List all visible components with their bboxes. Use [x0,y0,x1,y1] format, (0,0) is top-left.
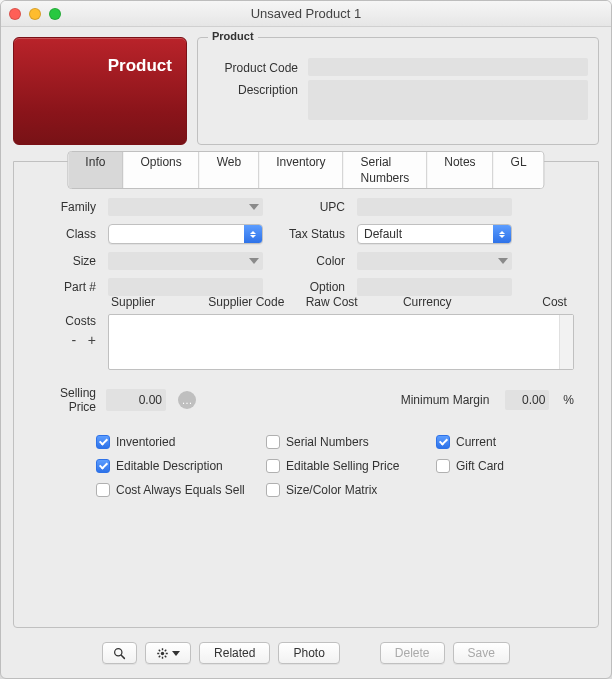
color-field[interactable] [357,252,512,270]
tab-inventory[interactable]: Inventory [259,152,343,188]
tab-content: InfoOptionsWebInventorySerial NumbersNot… [13,161,599,628]
checkbox-label: Editable Selling Price [286,459,399,473]
upc-field[interactable] [357,198,512,216]
checkbox-gift-card[interactable]: Gift Card [436,459,566,473]
family-label: Family [38,200,96,214]
class-dropdown[interactable] [108,224,263,244]
percent-label: % [563,393,574,407]
related-button[interactable]: Related [199,642,270,664]
option-label: Option [275,280,345,294]
checkbox-label: Cost Always Equals Sell [116,483,245,497]
checkbox-box [436,435,450,449]
checkbox-cost-always-equals-sell[interactable]: Cost Always Equals Sell [96,483,266,497]
costs-col-supplier: Supplier [109,295,206,309]
product-code-field[interactable] [308,58,588,76]
checkbox-box [96,435,110,449]
content: Product Product Product Code Description… [1,27,611,678]
svg-line-8 [165,655,166,656]
costs-col-cost: Cost [498,295,573,309]
min-margin-value: 0.00 [522,393,545,407]
checkbox-box [266,435,280,449]
info-form: Family UPC Class Tax Status Default Size… [38,198,574,296]
product-group-title: Product [208,30,258,42]
costs-col-currency: Currency [401,295,498,309]
selling-price-value: 0.00 [139,393,162,407]
checkbox-label: Editable Description [116,459,223,473]
tab-info[interactable]: Info [68,152,123,188]
stepper-icon [493,225,511,243]
save-button[interactable]: Save [453,642,510,664]
scrollbar[interactable] [559,315,573,369]
checkbox-box [96,459,110,473]
product-window: Unsaved Product 1 Product Product Produc… [0,0,612,679]
photo-button[interactable]: Photo [278,642,339,664]
checkbox-current[interactable]: Current [436,435,566,449]
svg-point-2 [161,651,164,654]
tax-status-value: Default [364,227,402,241]
checkbox-label: Gift Card [456,459,504,473]
checkbox-box [96,483,110,497]
svg-line-7 [159,649,160,650]
checkbox-label: Current [456,435,496,449]
svg-line-9 [159,655,160,656]
chevron-down-icon [498,258,508,264]
checkbox-box [266,483,280,497]
gear-icon [156,647,169,660]
checkbox-label: Size/Color Matrix [286,483,377,497]
product-group: Product Product Code Description [197,37,599,145]
checkbox-box [266,459,280,473]
titlebar: Unsaved Product 1 [1,1,611,27]
checkbox-label: Serial Numbers [286,435,369,449]
action-menu-button[interactable] [145,642,191,664]
delete-button[interactable]: Delete [380,642,445,664]
tab-web[interactable]: Web [200,152,259,188]
tab-gl[interactable]: GL [494,152,544,188]
tab-options[interactable]: Options [123,152,199,188]
family-field[interactable] [108,198,263,216]
tabbar: InfoOptionsWebInventorySerial NumbersNot… [67,151,544,189]
costs-col-supplier-code: Supplier Code [206,295,303,309]
checkbox-box [436,459,450,473]
remove-cost-button[interactable]: - [71,332,76,348]
class-label: Class [38,227,96,241]
checkbox-editable-description[interactable]: Editable Description [96,459,266,473]
bottom-bar: Related Photo Delete Save [13,642,599,664]
product-tile: Product [13,37,187,145]
option-field[interactable] [357,278,512,296]
tab-notes[interactable]: Notes [427,152,493,188]
selling-price-field[interactable]: 0.00 [106,389,166,411]
search-button[interactable] [102,642,137,664]
min-margin-label: Minimum Margin [401,393,490,407]
checkbox-grid: InventoriedSerial NumbersCurrentEditable… [96,435,574,497]
checkbox-serial-numbers[interactable]: Serial Numbers [266,435,436,449]
product-code-label: Product Code [208,61,298,75]
description-field[interactable] [308,80,588,120]
costs-col-raw-cost: Raw Cost [304,295,401,309]
tab-serial-numbers[interactable]: Serial Numbers [344,152,428,188]
costs-section: Costs - + SupplierSupplier CodeRaw CostC… [38,314,574,370]
window-title: Unsaved Product 1 [1,6,611,21]
chevron-down-icon [172,651,180,656]
selling-price-more-button[interactable]: … [178,391,196,409]
checkbox-size-color-matrix[interactable]: Size/Color Matrix [266,483,436,497]
costs-label: Costs [38,314,96,328]
chevron-down-icon [249,258,259,264]
size-label: Size [38,254,96,268]
tax-status-dropdown[interactable]: Default [357,224,512,244]
part-field[interactable] [108,278,263,296]
costs-table[interactable]: SupplierSupplier CodeRaw CostCurrencyCos… [108,314,574,370]
checkbox-label: Inventoried [116,435,175,449]
svg-line-1 [121,655,124,658]
min-margin-field[interactable]: 0.00 [505,390,549,410]
description-label: Description [208,83,298,97]
chevron-down-icon [249,204,259,210]
top-row: Product Product Product Code Description [13,37,599,145]
size-field[interactable] [108,252,263,270]
stepper-icon [244,225,262,243]
svg-line-10 [165,649,166,650]
part-label: Part # [38,280,96,294]
checkbox-editable-selling-price[interactable]: Editable Selling Price [266,459,436,473]
tax-status-label: Tax Status [275,227,345,241]
add-cost-button[interactable]: + [88,332,96,348]
checkbox-inventoried[interactable]: Inventoried [96,435,266,449]
